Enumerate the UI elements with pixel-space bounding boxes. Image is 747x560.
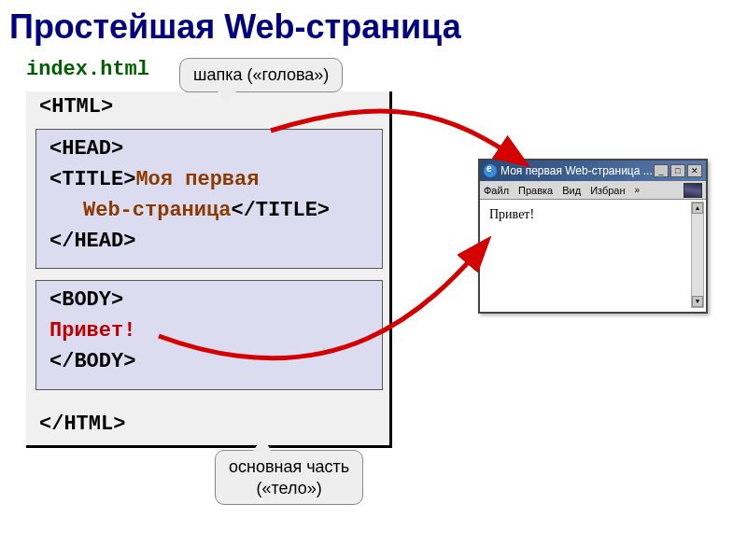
code-body-block: <BODY> Привет! </BODY> bbox=[35, 280, 383, 390]
menu-more-icon[interactable]: » bbox=[635, 185, 641, 195]
browser-scrollbar[interactable]: ▴ ▾ bbox=[691, 202, 704, 308]
minimize-button[interactable]: _ bbox=[654, 164, 669, 177]
menu-edit[interactable]: Правка bbox=[518, 185, 553, 196]
menu-view[interactable]: Вид bbox=[562, 185, 581, 196]
browser-window: Моя первая Web-страница ... _ □ ✕ Файл П… bbox=[478, 159, 708, 314]
code-head-block: <HEAD> <TITLE>Моя первая Web-страница</T… bbox=[35, 129, 383, 269]
code-head-open: <HEAD> bbox=[36, 133, 382, 164]
code-html-close: </HTML> bbox=[26, 409, 138, 440]
callout-body: основная часть («тело») bbox=[215, 450, 363, 505]
code-title-line2: Web-страница</TITLE> bbox=[36, 195, 382, 226]
slide-title: Простейшая Web-страница bbox=[9, 7, 461, 47]
code-block: <HTML> <HEAD> <TITLE>Моя первая Web-стра… bbox=[26, 91, 392, 448]
code-body-text: Привет! bbox=[36, 315, 382, 346]
close-button[interactable]: ✕ bbox=[687, 164, 702, 177]
code-title-close: </TITLE> bbox=[231, 199, 330, 222]
browser-content: Привет! bbox=[480, 200, 706, 312]
browser-menubar: Файл Правка Вид Избран » bbox=[480, 181, 706, 200]
scroll-up-button[interactable]: ▴ bbox=[692, 203, 703, 214]
menu-favorites[interactable]: Избран bbox=[590, 185, 625, 196]
window-buttons: _ □ ✕ bbox=[654, 164, 702, 177]
code-title-open: <TITLE> bbox=[49, 168, 135, 191]
ie-icon bbox=[484, 164, 497, 177]
callout-body-line2: («тело») bbox=[257, 479, 322, 497]
browser-titlebar: Моя первая Web-страница ... _ □ ✕ bbox=[480, 161, 706, 181]
code-title-line1: <TITLE>Моя первая bbox=[36, 164, 382, 195]
code-html-open: <HTML> bbox=[26, 91, 389, 122]
browser-logo-icon bbox=[684, 183, 702, 198]
code-title-text1: Моя первая bbox=[135, 168, 259, 191]
code-head-close: </HEAD> bbox=[36, 226, 382, 257]
code-title-text2: Web-страница bbox=[83, 199, 231, 222]
code-body-open: <BODY> bbox=[36, 285, 382, 315]
callout-body-line1: основная часть bbox=[229, 457, 349, 476]
filename-label: index.html bbox=[26, 58, 149, 81]
code-body-close: </BODY> bbox=[36, 346, 382, 377]
callout-head: шапка («голова») bbox=[179, 58, 343, 92]
maximize-button[interactable]: □ bbox=[670, 164, 685, 177]
browser-window-title: Моя первая Web-страница ... bbox=[500, 164, 653, 177]
scroll-down-button[interactable]: ▾ bbox=[692, 296, 703, 307]
menu-file[interactable]: Файл bbox=[484, 185, 509, 196]
browser-rendered-text: Привет! bbox=[489, 207, 534, 221]
